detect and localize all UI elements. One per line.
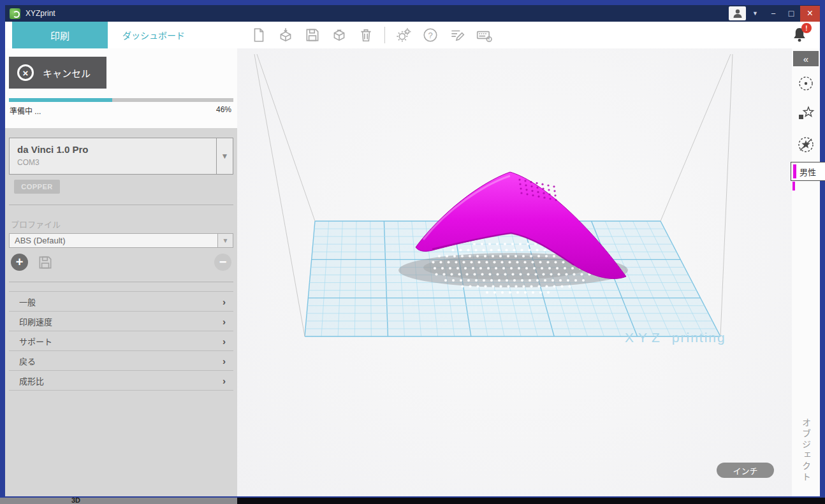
svg-text:?: ? <box>428 31 432 40</box>
export-model-icon[interactable] <box>331 27 347 43</box>
status-text: 準備中 ... <box>10 105 41 116</box>
user-avatar[interactable] <box>729 6 746 20</box>
title-bar: XYZprint <box>5 5 820 22</box>
object-list-item[interactable]: 男性 <box>791 162 825 181</box>
menu-item-label: サポート <box>19 335 52 347</box>
collapse-panel-button[interactable] <box>793 51 819 66</box>
job-status-section: キャンセル 準備中 ... 46% <box>5 48 237 128</box>
pin-star-icon[interactable] <box>796 104 815 124</box>
save-profile-button[interactable] <box>37 254 54 271</box>
person-icon <box>732 8 743 18</box>
delete-icon[interactable] <box>358 27 374 43</box>
menu-item-support[interactable]: サポート <box>9 331 233 351</box>
print-settings-panel: キャンセル 準備中 ... 46% da Vinci 1.0 Pro COM3 … <box>5 48 237 496</box>
bed-watermark: XYZprinting <box>625 330 726 345</box>
menu-item-print-speed[interactable]: 印刷速度 <box>9 312 233 331</box>
profile-selector[interactable]: ABS (Default) <box>9 233 233 248</box>
profile-value: ABS (Default) <box>15 236 65 245</box>
tab-print[interactable]: 印刷 <box>12 22 108 48</box>
import-model-icon[interactable] <box>277 27 294 43</box>
notification-bell[interactable]: ! <box>791 25 808 45</box>
toolbar: 印刷 ダッシュボード ? <box>5 22 820 48</box>
new-file-icon[interactable] <box>251 27 267 43</box>
progress-percent: 46% <box>216 105 231 116</box>
window-title: XYZprint <box>26 9 55 18</box>
chevron-right-icon <box>223 375 226 386</box>
units-toggle-button[interactable]: インチ <box>717 463 774 478</box>
menu-item-label: 戻る <box>19 355 36 367</box>
toolbar-separator <box>384 27 385 43</box>
progress-labels: 準備中 ... 46% <box>10 105 231 116</box>
help-icon[interactable]: ? <box>422 27 439 43</box>
close-button[interactable] <box>800 6 820 22</box>
cancel-x-icon <box>17 64 34 81</box>
menu-item-label: 一般 <box>19 296 36 308</box>
star-circle-icon[interactable] <box>796 135 815 154</box>
divider <box>9 205 233 205</box>
app-logo-icon <box>10 8 20 19</box>
svg-text:i: i <box>488 37 490 41</box>
settings-gears-icon[interactable] <box>395 27 412 43</box>
watermark-xyz: XYZ <box>625 330 664 345</box>
settings-menu: 一般 印刷速度 サポート 戻る 成形比 <box>9 291 233 391</box>
main-content: キャンセル 準備中 ... 46% da Vinci 1.0 Pro COM3 … <box>5 48 820 496</box>
notification-badge: ! <box>801 23 812 33</box>
3d-viewport[interactable]: XYZprinting インチ <box>237 48 792 496</box>
material-tag[interactable]: COPPER <box>14 180 60 194</box>
menu-item-forming-ratio[interactable]: 成形比 <box>9 371 233 391</box>
object-color-tail <box>792 182 795 191</box>
taskbar-item-3d[interactable]: 3D <box>71 496 80 504</box>
window-controls <box>729 5 820 22</box>
3d-scene-canvas[interactable] <box>237 48 792 496</box>
object-panel: 男性 オブジェクト <box>792 48 820 496</box>
printer-dropdown-arrow-icon[interactable] <box>216 138 233 174</box>
object-panel-title: オブジェクト <box>799 418 812 483</box>
save-icon[interactable] <box>304 27 321 43</box>
divider <box>9 282 233 282</box>
toolbar-icons: ? i <box>251 22 492 48</box>
progress-fill <box>9 98 112 102</box>
tab-dashboard[interactable]: ダッシュボード <box>112 22 195 48</box>
printer-name: da Vinci 1.0 Pro <box>17 144 88 155</box>
chevron-right-icon <box>223 336 226 347</box>
cancel-button[interactable]: キャンセル <box>9 57 106 89</box>
edit-note-icon[interactable] <box>449 27 465 43</box>
keyboard-info-icon[interactable]: i <box>476 27 492 43</box>
bottom-strip: 3D <box>0 498 825 504</box>
remove-profile-button[interactable] <box>214 254 231 271</box>
watermark-printing: printing <box>672 330 726 345</box>
menu-item-label: 印刷速度 <box>19 315 52 328</box>
menu-item-general[interactable]: 一般 <box>9 292 233 312</box>
printer-port: COM3 <box>17 158 40 167</box>
chevron-right-icon <box>223 296 226 307</box>
bottom-strip-left: 3D <box>0 498 237 504</box>
menu-item-back[interactable]: 戻る <box>9 351 233 371</box>
menu-item-label: 成形比 <box>19 375 44 387</box>
add-profile-button[interactable] <box>11 254 28 271</box>
app-window: XYZprint 印刷 ダッシュボード <box>0 0 825 498</box>
object-color-swatch <box>793 164 796 178</box>
model-shadow-inner <box>423 256 587 280</box>
profile-dropdown-arrow-icon[interactable] <box>217 234 233 247</box>
chevron-right-icon <box>223 356 226 366</box>
user-menu-caret-icon[interactable] <box>752 10 758 17</box>
object-name: 男性 <box>799 166 816 178</box>
chevron-right-icon <box>223 316 226 327</box>
cancel-label: キャンセル <box>43 66 91 80</box>
maximize-button[interactable] <box>782 6 800 22</box>
minimize-button[interactable] <box>764 6 782 22</box>
progress-bar <box>9 98 233 102</box>
orbit-target-icon[interactable] <box>796 74 815 93</box>
profile-label: プロファイル <box>11 218 61 230</box>
printer-selector[interactable]: da Vinci 1.0 Pro COM3 <box>9 138 233 175</box>
floppy-icon <box>37 254 54 271</box>
